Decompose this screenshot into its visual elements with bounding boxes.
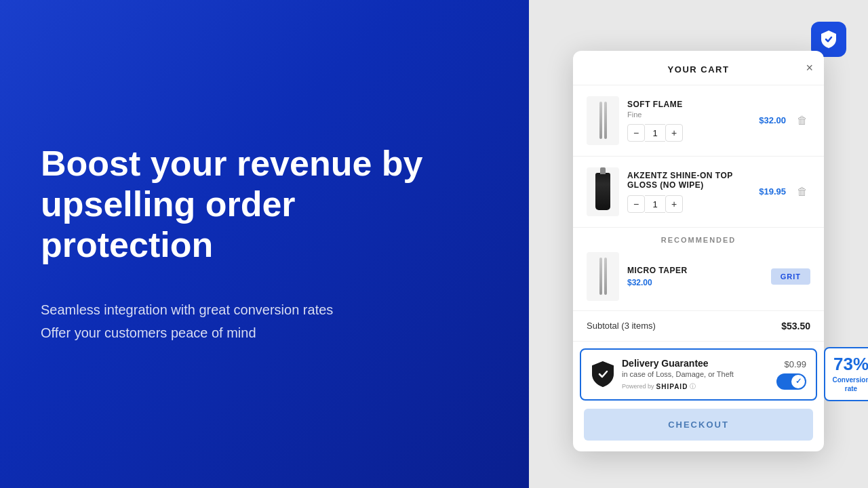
item-1-price: $32.00 bbox=[759, 115, 786, 125]
item-2-price: $19.95 bbox=[759, 186, 786, 197]
shipaid-text: SHIPAID bbox=[656, 383, 688, 390]
item-1-variant: Fine bbox=[627, 110, 751, 119]
item-1-name: SOFT FLAME bbox=[627, 100, 751, 109]
qty-increase-2[interactable]: + bbox=[665, 195, 683, 213]
cart-item-1: SOFT FLAME Fine − 1 + $32.00 🗑 bbox=[573, 85, 824, 157]
subtotal-label: Subtotal (3 items) bbox=[587, 321, 656, 331]
grit-button[interactable]: GRIT bbox=[771, 268, 810, 285]
item-image-brush bbox=[587, 96, 619, 145]
recommended-section: RECOMMENDED MICRO TAPER $32.00 GRIT bbox=[573, 228, 824, 311]
item-2-delete[interactable]: 🗑 bbox=[794, 183, 810, 201]
rec-brush-icon bbox=[599, 258, 607, 295]
shield-icon bbox=[591, 361, 615, 388]
rec-item-name: MICRO TAPER bbox=[627, 266, 763, 275]
conversion-percentage: 73% bbox=[831, 355, 868, 373]
item-2-details: AKZENTZ SHINE-ON TOP GLOSS (NO WIPE) − 1… bbox=[627, 171, 751, 213]
recommended-item: MICRO TAPER $32.00 GRIT bbox=[587, 252, 810, 310]
rec-item-price: $32.00 bbox=[627, 278, 763, 287]
bottle-icon bbox=[595, 173, 610, 210]
cart-item-2: AKZENTZ SHINE-ON TOP GLOSS (NO WIPE) − 1… bbox=[573, 157, 824, 228]
close-button[interactable]: × bbox=[806, 62, 813, 74]
delivery-guarantee: Delivery Guarantee in case of Loss, Dama… bbox=[580, 348, 817, 401]
dg-price: $0.99 bbox=[784, 359, 806, 369]
subtotal-amount: $53.50 bbox=[781, 321, 810, 331]
cart-title: YOUR CART bbox=[668, 64, 730, 75]
delivery-guarantee-toggle[interactable]: ✓ bbox=[776, 373, 806, 390]
qty-decrease-1[interactable]: − bbox=[627, 124, 645, 142]
item-2-name: AKZENTZ SHINE-ON TOP GLOSS (NO WIPE) bbox=[627, 171, 751, 190]
dg-title: Delivery Guarantee bbox=[622, 358, 770, 369]
qty-decrease-2[interactable]: − bbox=[627, 195, 645, 213]
left-panel: Boost your revenue by upselling order pr… bbox=[0, 0, 529, 488]
checkout-button[interactable]: CHECKOUT bbox=[584, 409, 813, 441]
item-image-bottle bbox=[587, 167, 619, 216]
dg-right: $0.99 ✓ bbox=[776, 359, 806, 390]
logo-icon bbox=[818, 28, 840, 50]
rec-item-image bbox=[587, 252, 619, 301]
conversion-label: Conversion rate bbox=[831, 375, 868, 393]
dg-info: Delivery Guarantee in case of Loss, Dama… bbox=[622, 358, 770, 391]
dg-powered: Powered by SHIPAID ⓘ bbox=[622, 382, 770, 391]
headline: Boost your revenue by upselling order pr… bbox=[41, 144, 461, 265]
powered-by-text: Powered by bbox=[622, 383, 654, 390]
item-1-details: SOFT FLAME Fine − 1 + bbox=[627, 100, 751, 142]
rec-item-details: MICRO TAPER $32.00 bbox=[627, 266, 763, 287]
qty-display-1: 1 bbox=[645, 124, 665, 142]
brush-icon bbox=[599, 102, 607, 139]
recommended-label: RECOMMENDED bbox=[587, 236, 810, 244]
subtext: Seamless integration with great conversi… bbox=[41, 298, 488, 344]
dg-subtitle: in case of Loss, Damage, or Theft bbox=[622, 370, 770, 378]
cart-modal: YOUR CART × SOFT FLAME Fine − 1 + $32.00 bbox=[573, 51, 824, 451]
delivery-guarantee-wrapper: Delivery Guarantee in case of Loss, Dama… bbox=[580, 348, 817, 401]
conversion-badge: 73% Conversion rate bbox=[824, 347, 868, 401]
subtext-line2: Offer your customers peace of mind bbox=[41, 325, 256, 340]
qty-controls-1: − 1 + bbox=[627, 124, 751, 142]
subtext-line1: Seamless integration with great conversi… bbox=[41, 302, 333, 317]
checkout-section: CHECKOUT bbox=[573, 401, 824, 451]
qty-controls-2: − 1 + bbox=[627, 195, 751, 213]
toggle-knob: ✓ bbox=[791, 375, 805, 388]
qty-increase-1[interactable]: + bbox=[665, 124, 683, 142]
subtotal-row: Subtotal (3 items) $53.50 bbox=[573, 311, 824, 342]
cart-header: YOUR CART × bbox=[573, 51, 824, 85]
right-panel: YOUR CART × SOFT FLAME Fine − 1 + $32.00 bbox=[529, 0, 868, 488]
qty-display-2: 1 bbox=[645, 195, 665, 213]
item-1-delete[interactable]: 🗑 bbox=[794, 112, 810, 129]
